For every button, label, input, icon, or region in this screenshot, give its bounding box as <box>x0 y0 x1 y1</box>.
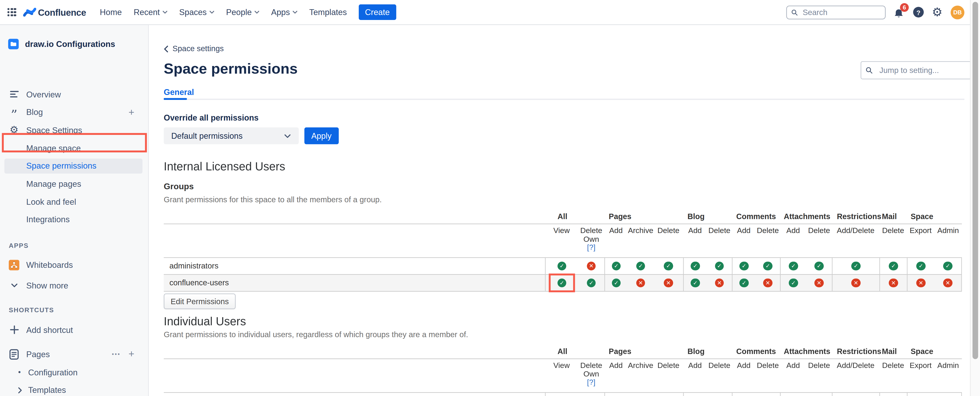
sidebar-item-space-permissions[interactable]: Space permissions <box>0 157 148 175</box>
sidebar-item-pages[interactable]: Pages ••• + <box>0 345 148 363</box>
page-tree-item-templates[interactable]: Templates <box>0 382 148 396</box>
column-header-delete: Delete <box>879 359 907 392</box>
column-group-mail: Mail <box>879 344 907 358</box>
pages-more-icon[interactable]: ••• <box>112 351 121 357</box>
permission-cell-empty <box>545 393 578 396</box>
override-permissions-label: Override all permissions <box>164 113 259 123</box>
chevron-down-icon <box>292 11 297 14</box>
notifications-button[interactable]: 6 <box>894 5 905 19</box>
pages-add-icon[interactable]: + <box>129 348 134 360</box>
column-group-blog: Blog <box>683 209 732 223</box>
permission-cell-denied: ✕ <box>879 275 907 291</box>
blog-quote-icon: ” <box>11 112 18 117</box>
column-header-delete: Delete <box>707 224 732 257</box>
search-input[interactable] <box>802 7 880 17</box>
add-blog-icon[interactable]: + <box>129 107 134 118</box>
cross-icon: ✕ <box>715 278 724 287</box>
notification-badge: 6 <box>900 3 909 12</box>
jump-to-setting-search[interactable] <box>861 61 971 79</box>
shortcuts-section-label: SHORTCUTS <box>9 306 54 314</box>
permission-cell-empty <box>654 393 683 396</box>
edit-permissions-button[interactable]: Edit Permissions <box>164 293 235 309</box>
sidebar-item-manage-space[interactable]: Manage space <box>0 139 148 157</box>
check-icon: ✓ <box>943 261 952 271</box>
table-column-header-row: ViewDeleteOwn[?]AddArchiveDeleteAddDelet… <box>164 223 962 257</box>
sidebar-item-space-settings[interactable]: ⚙Space Settings <box>0 122 148 139</box>
whiteboards-icon <box>9 260 19 270</box>
sidebar-item-blog[interactable]: ”Blog+ <box>0 103 148 121</box>
sidebar-item-overview[interactable]: Overview <box>0 86 148 103</box>
scrollbar-thumb[interactable] <box>972 2 978 359</box>
nav-item-home[interactable]: Home <box>100 7 122 17</box>
sidebar-show-more[interactable]: Show more <box>0 277 148 294</box>
space-header[interactable]: draw.io Configurations <box>8 39 115 49</box>
permissions-select[interactable]: Default permissions <box>164 128 299 144</box>
table-group-header-row: AllPagesBlogCommentsAttachmentsRestricti… <box>164 344 962 358</box>
column-header-delete: Delete <box>654 224 683 257</box>
sidebar-item-label: Look and feel <box>26 197 76 206</box>
nav-item-templates[interactable]: Templates <box>309 7 347 17</box>
nav-item-spaces[interactable]: Spaces <box>179 7 214 17</box>
page-tree-item-label: Templates <box>28 385 66 395</box>
sidebar-item-look-and-feel[interactable]: Look and feel <box>0 193 148 211</box>
permission-cell-granted: ✓ <box>756 258 780 274</box>
space-settings-gear-icon: ⚙ <box>10 125 19 135</box>
user-avatar[interactable]: DB <box>951 5 964 19</box>
nav-item-recent[interactable]: Recent <box>134 7 167 17</box>
cross-icon: ✕ <box>851 278 861 287</box>
main-content: Space settings Space permissions General… <box>149 25 970 396</box>
check-icon: ✓ <box>557 278 566 287</box>
permission-cell-granted: ✓ <box>683 275 707 291</box>
global-search[interactable] <box>786 5 885 19</box>
nav-item-apps[interactable]: Apps <box>271 7 298 17</box>
app-switcher-icon[interactable] <box>7 8 16 16</box>
sidebar-item-integrations[interactable]: Integrations <box>0 211 148 228</box>
cross-icon: ✕ <box>664 278 673 287</box>
column-group-attachments: Attachments <box>780 344 832 358</box>
permission-cell-granted: ✓ <box>879 258 907 274</box>
nav-item-people[interactable]: People <box>226 7 259 17</box>
add-shortcut-button[interactable]: Add shortcut <box>0 321 148 339</box>
page-tree-item-configuration[interactable]: •Configuration <box>0 363 148 381</box>
permission-cell-empty <box>707 393 732 396</box>
create-button[interactable]: Create <box>359 4 396 20</box>
tab-general[interactable]: General <box>164 87 194 97</box>
permission-cell-denied: ✕ <box>807 275 832 291</box>
back-label: Space settings <box>173 44 224 53</box>
check-icon: ✓ <box>715 261 724 271</box>
permission-cell-empty <box>807 393 832 396</box>
help-link[interactable]: [?] <box>578 379 605 387</box>
space-title: draw.io Configurations <box>25 39 115 49</box>
check-icon: ✓ <box>789 278 798 287</box>
group-name: confluence-users <box>164 275 545 291</box>
column-group-attachments: Attachments <box>780 209 832 223</box>
column-group-space: Space <box>907 344 962 358</box>
cross-icon: ✕ <box>943 278 952 287</box>
individual-users-heading: Individual Users <box>164 315 246 328</box>
sidebar-item-label: Space permissions <box>26 162 97 171</box>
help-link[interactable]: [?] <box>578 244 605 252</box>
settings-gear-icon[interactable]: ⚙ <box>932 6 942 18</box>
back-to-space-settings-link[interactable]: Space settings <box>164 44 224 53</box>
nav-item-label: Templates <box>309 7 347 17</box>
check-icon: ✓ <box>763 261 772 271</box>
add-shortcut-label: Add shortcut <box>26 325 73 334</box>
space-icon <box>8 39 19 49</box>
check-icon: ✓ <box>636 261 645 271</box>
sidebar-item-manage-pages[interactable]: Manage pages <box>0 175 148 193</box>
help-button[interactable]: ? <box>913 7 924 17</box>
confluence-logo[interactable]: Confluence <box>23 6 86 18</box>
vertical-scrollbar[interactable] <box>970 0 980 396</box>
permission-cell-denied: ✕ <box>934 275 962 291</box>
sidebar-item-whiteboards[interactable]: Whiteboards <box>0 256 148 274</box>
permission-cell-denied: ✕ <box>627 275 654 291</box>
confluence-logo-icon <box>23 6 36 18</box>
show-more-label: Show more <box>26 280 68 290</box>
column-group-pages: Pages <box>605 344 683 358</box>
column-header-delete: Delete <box>654 359 683 392</box>
jump-to-setting-input[interactable] <box>878 65 966 75</box>
column-group-all: All <box>545 344 605 358</box>
column-header-view: View <box>545 224 578 257</box>
apply-button[interactable]: Apply <box>304 128 339 144</box>
chevron-right-icon[interactable] <box>18 387 22 393</box>
